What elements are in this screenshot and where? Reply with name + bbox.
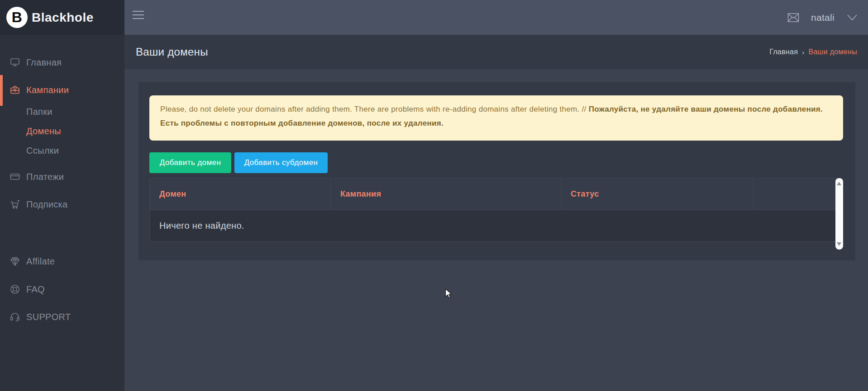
username[interactable]: natali [811,12,835,23]
warning-alert: Please, do not delete your domains after… [149,95,843,141]
briefcase-icon [10,85,20,95]
topbar: natali [124,0,868,35]
sidebar-item-home[interactable]: Главная [0,56,124,69]
brand-name: Blackhole [32,10,94,25]
cart-plus-icon [10,199,20,210]
credit-card-icon [10,171,20,182]
sidebar-item-domains[interactable]: Домены [0,124,124,138]
hamburger-icon[interactable] [133,11,144,19]
sidebar-item-affiliate[interactable]: Affilate [0,254,124,268]
content-area: Please, do not delete your domains after… [124,69,868,391]
sidebar-item-label: Главная [26,57,62,68]
sidebar-item-label: Папки [26,107,52,117]
breadcrumb-home-link[interactable]: Главная [769,48,798,56]
monitor-icon [10,57,20,68]
domains-table-container: Домен Кампания Статус Ничего не найдено. [149,178,843,250]
table-scrollbar[interactable] [835,178,843,250]
brand[interactable]: B Blackhole [0,0,124,35]
page-header: Ваши домены Главная › Ваши домены [124,35,868,69]
column-header-status[interactable]: Статус [561,179,753,210]
envelope-icon[interactable] [787,13,799,23]
column-header-domain[interactable]: Домен [150,179,331,210]
breadcrumb: Главная › Ваши домены [769,48,857,56]
logo-letter: B [12,10,22,24]
headset-icon [10,311,20,322]
scroll-up-icon[interactable] [837,182,841,185]
sidebar-item-faq[interactable]: FAQ [0,283,124,296]
breadcrumb-current: Ваши домены [808,48,857,56]
sidebar-item-label: Кампании [26,85,69,95]
sidebar-item-support[interactable]: SUPPORT [0,310,124,324]
chevron-down-icon[interactable] [846,14,858,22]
sidebar-item-label: Ссылки [26,146,59,156]
life-ring-icon [10,284,20,295]
column-header-actions [753,179,836,210]
gem-icon [10,256,20,267]
sidebar-item-campaigns[interactable]: Кампании [0,83,124,97]
sidebar-item-payments[interactable]: Платежи [0,170,124,184]
breadcrumb-separator-icon: › [802,48,804,56]
empty-state-text: Ничего не найдено. [150,210,836,242]
app-window: B Blackhole Главная Кампании [0,0,868,391]
blackhole-logo-icon: B [6,7,28,28]
domains-panel: Please, do not delete your domains after… [138,82,855,260]
scroll-down-icon[interactable] [837,242,841,246]
sidebar-item-label: SUPPORT [26,312,71,322]
add-subdomain-button[interactable]: Добавить субдомен [234,152,328,173]
sidebar-item-label: Платежи [26,172,64,182]
sidebar-item-links[interactable]: Ссылки [0,144,124,157]
domains-table: Домен Кампания Статус Ничего не найдено. [149,178,836,242]
sidebar: B Blackhole Главная Кампании [0,0,124,391]
sidebar-item-label: Подписка [26,199,67,210]
add-domain-button[interactable]: Добавить домен [149,152,231,173]
sidebar-item-label: Affilate [26,256,55,267]
sidebar-item-label: Домены [26,126,61,137]
column-header-campaign[interactable]: Кампания [331,179,561,210]
sidebar-item-subscription[interactable]: Подписка [0,198,124,211]
alert-text-en: Please, do not delete your domains after… [160,105,587,113]
table-header-row: Домен Кампания Статус [150,179,836,210]
sidebar-item-label: FAQ [26,284,45,295]
sidebar-item-folders[interactable]: Папки [0,105,124,118]
topbar-right: natali [787,0,858,35]
page-title: Ваши домены [136,46,208,58]
table-row: Ничего не найдено. [150,210,836,242]
